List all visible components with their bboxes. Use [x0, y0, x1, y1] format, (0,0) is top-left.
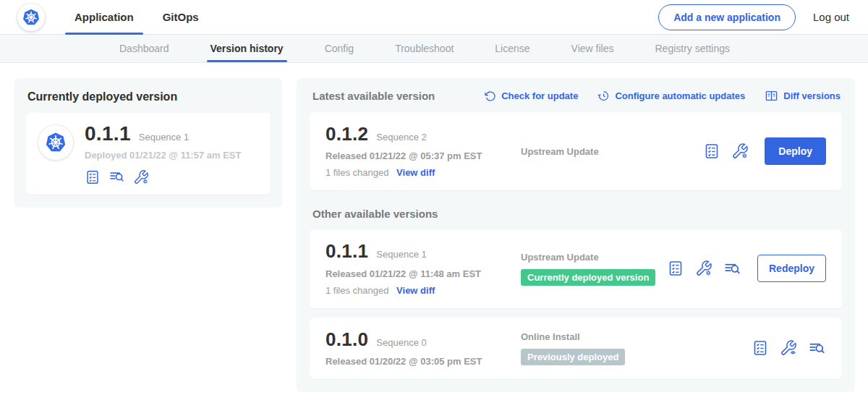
currently-deployed-panel: Currently deployed version 0.1.1 Sequenc…: [14, 78, 282, 208]
version-card-0-1-0: 0.1.0 Sequence 0 Released 01/20/22 @ 03:…: [310, 318, 842, 379]
topbar-right: Add a new application Log out: [658, 4, 849, 30]
deployed-date: Deployed 01/21/22 @ 11:57 am EST: [85, 150, 241, 161]
logout-button[interactable]: Log out: [813, 11, 849, 23]
deployed-version-card: 0.1.1 Sequence 1 Deployed 01/21/22 @ 11:…: [26, 113, 271, 195]
released-date: Released 01/21/22 @ 11:48 am EST: [326, 268, 505, 279]
sequence-label: Sequence 2: [376, 132, 426, 143]
latest-version-title: Latest available version: [312, 90, 435, 102]
deploy-logs-icon[interactable]: [808, 339, 826, 357]
version-card-0-1-1: 0.1.1 Sequence 1 Released 01/21/22 @ 11:…: [310, 229, 842, 307]
subnav-item-dashboard[interactable]: Dashboard: [119, 35, 169, 62]
schedule-update-icon: [597, 90, 610, 102]
version-number: 0.1.1: [326, 242, 368, 261]
version-info: 0.1.0 Sequence 0 Released 01/20/22 @ 03:…: [326, 330, 505, 367]
version-info: 0.1.1 Sequence 1 Released 01/21/22 @ 11:…: [326, 242, 505, 295]
diff-icon: [765, 89, 778, 103]
subnav: Dashboard Version history Config Trouble…: [0, 35, 868, 63]
view-diff-link[interactable]: View diff: [396, 167, 435, 178]
files-changed-label: 1 files changed: [326, 285, 388, 296]
previously-deployed-badge: Previously deployed: [521, 349, 625, 365]
latest-version-header: Latest available version Check for updat…: [310, 88, 842, 103]
subnav-item-config[interactable]: Config: [325, 35, 354, 62]
kubernetes-logo: [17, 4, 45, 31]
configure-automatic-updates-link[interactable]: Configure automatic updates: [597, 90, 745, 102]
tab-gitops[interactable]: GitOps: [153, 0, 208, 35]
released-date: Released 01/20/22 @ 03:05 pm EST: [326, 356, 505, 367]
version-actions: Deploy: [703, 137, 826, 165]
version-actions: Redeploy: [667, 255, 826, 282]
panel-actions: Check for update Configure automatic upd…: [485, 89, 841, 103]
app-icon: [38, 124, 74, 161]
tab-application[interactable]: Application: [65, 0, 143, 35]
main-content: Currently deployed version 0.1.1 Sequenc…: [0, 63, 868, 392]
source-label: Online Install: [521, 331, 752, 342]
view-diff-link[interactable]: View diff: [396, 285, 435, 296]
deployed-version-number: 0.1.1: [85, 123, 131, 144]
diff-versions-link[interactable]: Diff versions: [765, 89, 841, 103]
tab-application-label: Application: [75, 11, 134, 23]
deploy-button[interactable]: Deploy: [765, 137, 826, 165]
deployed-sequence-label: Sequence 1: [139, 132, 189, 143]
preflight-checklist-icon[interactable]: [703, 143, 720, 160]
source-label: Upstream Update: [521, 252, 667, 263]
check-for-update-link[interactable]: Check for update: [485, 90, 578, 102]
refresh-icon: [485, 90, 496, 102]
edit-config-icon[interactable]: [133, 169, 149, 185]
preflight-checklist-icon[interactable]: [752, 339, 769, 357]
other-versions-title: Other available versions: [312, 208, 841, 220]
sequence-label: Sequence 0: [376, 337, 426, 348]
version-actions: [752, 339, 826, 357]
deploy-logs-icon[interactable]: [723, 260, 741, 278]
version-source: Upstream Update Currently deployed versi…: [505, 252, 667, 286]
sequence-label: Sequence 1: [376, 249, 426, 260]
deployed-version-info: 0.1.1 Sequence 1 Deployed 01/21/22 @ 11:…: [85, 123, 241, 185]
top-header: Application GitOps Add a new application…: [0, 0, 868, 35]
version-card-0-1-2: 0.1.2 Sequence 2 Released 01/21/22 @ 05:…: [310, 112, 842, 190]
add-application-button[interactable]: Add a new application: [658, 4, 796, 30]
edit-config-icon[interactable]: [731, 143, 749, 160]
subnav-item-license[interactable]: License: [495, 35, 529, 62]
version-number: 0.1.0: [326, 330, 368, 349]
version-number: 0.1.2: [326, 124, 368, 144]
files-changed-row: 1 files changed View diff: [326, 285, 505, 296]
subnav-item-registry-settings[interactable]: Registry settings: [655, 35, 729, 62]
version-source: Online Install Previously deployed: [505, 331, 752, 365]
preflight-checklist-icon[interactable]: [85, 169, 101, 185]
deployed-actions: [85, 169, 241, 185]
deploy-logs-icon[interactable]: [109, 169, 125, 185]
app-tabs: Application GitOps: [65, 0, 208, 35]
tab-gitops-label: GitOps: [163, 11, 199, 23]
subnav-item-troubleshoot[interactable]: Troubleshoot: [395, 35, 454, 62]
version-info: 0.1.2 Sequence 2 Released 01/21/22 @ 05:…: [326, 124, 505, 178]
subnav-item-view-files[interactable]: View files: [571, 35, 614, 62]
version-history-panel: Latest available version Check for updat…: [297, 78, 855, 392]
check-for-update-label: Check for update: [501, 90, 578, 101]
preflight-checklist-icon[interactable]: [667, 260, 684, 277]
view-config-icon[interactable]: [780, 339, 797, 357]
files-changed-label: 1 files changed: [326, 167, 388, 178]
redeploy-button[interactable]: Redeploy: [757, 255, 826, 282]
subnav-item-version-history[interactable]: Version history: [210, 35, 284, 62]
released-date: Released 01/21/22 @ 05:37 pm EST: [326, 150, 505, 161]
diff-versions-label: Diff versions: [783, 90, 841, 101]
configure-automatic-updates-label: Configure automatic updates: [615, 90, 745, 101]
deployed-panel-title: Currently deployed version: [27, 90, 271, 103]
edit-config-icon[interactable]: [695, 260, 712, 277]
version-source: Upstream Update: [505, 146, 703, 157]
source-label: Upstream Update: [521, 146, 703, 157]
files-changed-row: 1 files changed View diff: [326, 167, 505, 178]
currently-deployed-badge: Currently deployed version: [521, 269, 655, 286]
